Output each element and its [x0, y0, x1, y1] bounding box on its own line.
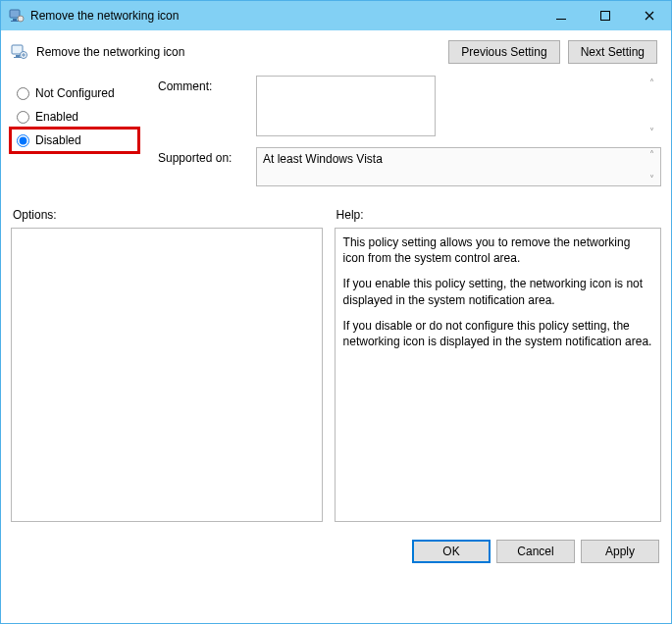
footer-buttons: OK Cancel Apply	[1, 532, 671, 573]
minimize-button[interactable]	[539, 1, 583, 30]
state-radio-group: Not Configured Enabled Disabled	[11, 76, 138, 194]
supported-on-field: At least Windows Vista	[256, 147, 661, 186]
options-panel	[11, 228, 323, 522]
radio-not-configured[interactable]: Not Configured	[11, 81, 138, 105]
radio-not-configured-label: Not Configured	[35, 86, 115, 100]
close-button[interactable]	[627, 1, 671, 30]
radio-enabled-label: Enabled	[35, 110, 78, 124]
help-panel: This policy setting allows you to remove…	[335, 228, 661, 522]
app-icon	[9, 8, 25, 24]
chevron-down-icon: ˅	[644, 174, 659, 184]
radio-disabled-input[interactable]	[17, 134, 29, 147]
chevron-down-icon: ˅	[644, 127, 659, 137]
svg-rect-1	[13, 19, 17, 21]
svg-rect-4	[556, 19, 566, 20]
window-controls	[539, 1, 671, 30]
comment-scroll[interactable]: ˄ ˅	[644, 78, 659, 137]
content-area: Remove the networking icon Previous Sett…	[1, 30, 671, 573]
supported-scroll[interactable]: ˄ ˅	[644, 149, 659, 184]
radio-disabled-label: Disabled	[35, 133, 81, 147]
title-bar: Remove the networking icon	[1, 1, 671, 30]
fields-column: Comment: ˄ ˅ Supported on: At least Wind…	[138, 76, 661, 194]
comment-input[interactable]	[256, 76, 436, 136]
window-title: Remove the networking icon	[30, 9, 539, 23]
comment-label: Comment:	[158, 76, 256, 93]
radio-enabled[interactable]: Enabled	[11, 105, 138, 129]
maximize-button[interactable]	[583, 1, 627, 30]
options-panel-label: Options:	[13, 208, 323, 222]
svg-point-3	[18, 16, 24, 22]
apply-button[interactable]: Apply	[581, 540, 659, 563]
svg-rect-7	[16, 55, 20, 57]
policy-title: Remove the networking icon	[36, 45, 448, 59]
supported-on-value: At least Windows Vista	[263, 152, 383, 166]
settings-row: Not Configured Enabled Disabled Comment:…	[1, 70, 671, 194]
policy-icon	[11, 43, 28, 61]
help-paragraph: If you disable or do not configure this …	[343, 318, 652, 349]
sub-header: Remove the networking icon Previous Sett…	[1, 30, 671, 70]
svg-rect-2	[11, 21, 19, 22]
chevron-up-icon: ˄	[644, 78, 659, 88]
radio-disabled[interactable]: Disabled	[11, 129, 138, 152]
help-panel-label: Help:	[336, 208, 661, 222]
panels-row: Options: Help: This policy setting allow…	[1, 194, 671, 532]
next-setting-button[interactable]: Next Setting	[568, 40, 657, 64]
svg-rect-5	[600, 12, 609, 21]
radio-not-configured-input[interactable]	[17, 87, 29, 100]
help-paragraph: This policy setting allows you to remove…	[343, 234, 652, 266]
chevron-up-icon: ˄	[644, 149, 659, 160]
cancel-button[interactable]: Cancel	[496, 540, 575, 563]
help-paragraph: If you enable this policy setting, the n…	[343, 276, 652, 307]
supported-label: Supported on:	[158, 147, 256, 165]
ok-button[interactable]: OK	[412, 540, 491, 563]
previous-setting-button[interactable]: Previous Setting	[448, 40, 559, 64]
radio-enabled-input[interactable]	[17, 111, 29, 124]
